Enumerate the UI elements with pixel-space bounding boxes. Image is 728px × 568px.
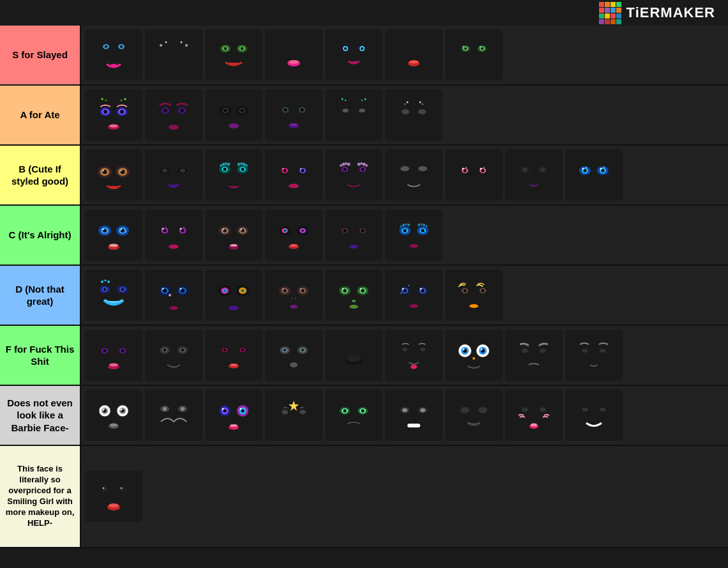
face-d6 [385, 270, 443, 321]
svg-point-161 [121, 229, 122, 230]
tier-label-last: This face is literally so overpriced for… [0, 446, 81, 547]
face-dnb1 [85, 390, 142, 441]
svg-point-73 [404, 104, 406, 105]
svg-point-138 [466, 167, 467, 168]
svg-point-135 [482, 169, 485, 173]
svg-point-29 [464, 47, 467, 50]
svg-point-331 [540, 349, 546, 353]
svg-point-273 [421, 289, 425, 293]
svg-point-216 [409, 244, 418, 248]
svg-point-366 [361, 410, 365, 413]
svg-point-104 [245, 164, 248, 167]
svg-point-129 [418, 166, 427, 171]
svg-point-384 [600, 408, 606, 411]
svg-point-285 [469, 304, 478, 308]
face-d7 [445, 270, 503, 321]
svg-point-170 [162, 228, 164, 230]
svg-point-246 [229, 306, 239, 311]
svg-point-233 [180, 288, 182, 290]
svg-point-332 [582, 349, 588, 353]
tier-row-s: S for Slayed [0, 26, 728, 86]
svg-point-370 [420, 408, 425, 412]
svg-point-22 [361, 47, 363, 50]
svg-point-34 [105, 100, 107, 101]
svg-point-284 [482, 289, 485, 293]
svg-point-142 [523, 168, 527, 173]
svg-point-102 [240, 162, 243, 165]
svg-point-67 [342, 98, 344, 100]
svg-point-120 [340, 164, 342, 167]
svg-point-314 [290, 362, 298, 367]
svg-point-69 [361, 100, 363, 101]
face-a1 [85, 89, 142, 141]
face-l1 [85, 471, 142, 522]
svg-point-42 [120, 110, 124, 114]
svg-marker-358 [289, 401, 299, 411]
svg-point-16 [289, 60, 299, 64]
svg-point-224 [103, 288, 106, 291]
svg-point-252 [301, 289, 305, 293]
svg-point-121 [342, 163, 345, 166]
svg-point-136 [462, 168, 464, 170]
svg-point-150 [582, 168, 584, 170]
face-a6 [385, 89, 443, 141]
tier-label-s: S for Slayed [0, 26, 81, 84]
face-f9 [565, 330, 623, 381]
svg-point-359 [282, 410, 288, 415]
tier-content-dnb [81, 386, 728, 445]
svg-point-346 [163, 407, 167, 411]
svg-point-95 [224, 168, 227, 171]
svg-point-64 [301, 109, 304, 112]
tier-row-d: D (Not that great) [0, 266, 728, 326]
svg-point-232 [162, 288, 164, 290]
svg-point-153 [603, 167, 605, 168]
svg-point-329 [473, 357, 475, 360]
svg-point-32 [480, 46, 481, 47]
svg-point-160 [103, 229, 104, 230]
svg-point-24 [409, 61, 418, 64]
svg-point-163 [109, 244, 118, 247]
svg-point-66 [290, 123, 298, 126]
svg-point-343 [110, 424, 118, 427]
svg-point-173 [183, 227, 185, 228]
svg-point-86 [121, 170, 122, 171]
face-s5 [325, 29, 383, 81]
svg-point-58 [229, 123, 239, 128]
svg-point-318 [420, 348, 425, 351]
svg-point-214 [423, 224, 425, 226]
svg-point-218 [105, 280, 107, 282]
svg-point-262 [344, 289, 347, 293]
face-a2 [145, 89, 202, 141]
face-s3 [205, 29, 262, 81]
svg-point-182 [241, 229, 242, 230]
tier-content-f [81, 326, 728, 385]
svg-point-70 [365, 98, 367, 100]
face-b2 [145, 150, 202, 201]
svg-point-71 [342, 109, 349, 112]
tier-row-f: F for Fuck This Shit [0, 326, 728, 386]
svg-point-347 [181, 407, 185, 411]
face-f3 [205, 330, 262, 381]
face-a4 [265, 89, 322, 141]
tier-row-c: C (It's Alright) [0, 206, 728, 266]
svg-point-277 [408, 285, 409, 286]
svg-point-388 [121, 487, 123, 489]
svg-point-143 [541, 168, 545, 173]
svg-point-256 [295, 298, 296, 299]
svg-point-307 [230, 364, 238, 366]
face-dnb9 [565, 390, 623, 441]
face-b4 [265, 150, 322, 201]
svg-point-201 [349, 245, 358, 249]
svg-point-68 [345, 100, 346, 101]
face-dnb6 [385, 390, 443, 441]
svg-point-209 [402, 224, 405, 226]
svg-point-278 [409, 304, 418, 308]
tier-label-a: A for Ate [0, 86, 81, 144]
tiermaker-logo: TiERMAKER [599, 2, 715, 24]
face-c6 [385, 210, 443, 261]
svg-point-125 [360, 162, 363, 165]
svg-point-96 [241, 168, 245, 171]
svg-point-360 [300, 410, 306, 415]
svg-point-148 [584, 169, 587, 173]
face-f2 [145, 330, 202, 381]
